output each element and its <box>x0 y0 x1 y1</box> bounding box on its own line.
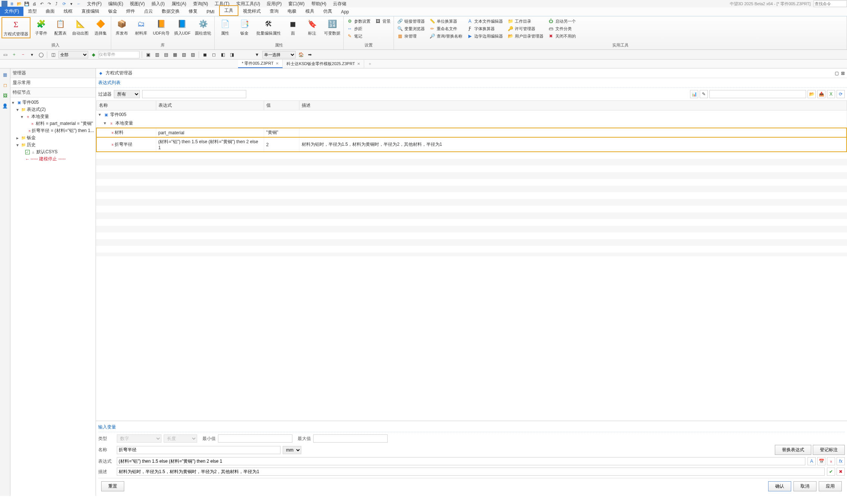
ribbon-tab-tools[interactable]: 工具 <box>219 5 238 16</box>
block-manager[interactable]: ▦块管理 <box>395 33 426 39</box>
tb-minus-icon[interactable]: － <box>19 51 27 58</box>
expr-input[interactable] <box>117 457 805 465</box>
tb-vis4-icon[interactable]: ◨ <box>228 51 235 58</box>
annotate-button[interactable]: 登记标注 <box>813 445 845 455</box>
insert-udf-button[interactable]: 📘插入UDF <box>173 17 192 37</box>
filter-text[interactable] <box>142 90 246 98</box>
cancel-button[interactable]: 取消 <box>793 481 816 491</box>
tb-vis1-icon[interactable]: ◼ <box>201 51 209 58</box>
tree-history[interactable]: ▾📁历史 <box>12 141 94 148</box>
tb-misc5-icon[interactable]: ▧ <box>180 51 187 58</box>
batch-edit-button[interactable]: 🛠批量编辑属性 <box>255 17 282 37</box>
face-button[interactable]: ◼面 <box>284 17 302 37</box>
group-local[interactable]: ▾ π 本地变量 <box>96 119 847 128</box>
tree-expr[interactable]: ▾📁表达式(2) <box>12 106 94 113</box>
tree-var1[interactable]: π材料 = part_material = "黄铜" <box>12 120 94 127</box>
filter-search[interactable] <box>709 90 806 98</box>
tb-home-icon[interactable]: 🏠 <box>297 51 305 58</box>
ribbon-tab-electrode[interactable]: 电极 <box>283 7 301 16</box>
tree-var2[interactable]: π折弯半径 = (材料="铝") then 1... <box>12 127 94 134</box>
tb-vis2-icon[interactable]: ◻ <box>210 51 218 58</box>
ribbon-tab-pmi[interactable]: PMI <box>202 8 219 16</box>
back-icon[interactable]: ← <box>76 1 82 7</box>
close-icon[interactable]: ✕ <box>357 62 360 66</box>
misc-icon[interactable]: ⤴ <box>54 1 60 7</box>
sub-part-button[interactable]: 🧩子零件 <box>32 17 50 37</box>
length-select[interactable]: 长度 <box>164 434 197 443</box>
tree-root[interactable]: ▾▣零件005 <box>12 99 94 106</box>
tb-misc3-icon[interactable]: ▤ <box>162 51 170 58</box>
ribbon-tab-model[interactable]: 造型 <box>23 7 41 16</box>
checkbox-checked-icon[interactable]: ✓ <box>25 150 30 154</box>
attr-button[interactable]: 📄属性 <box>216 17 234 37</box>
equation-manager-button[interactable]: Σ 方程式管理器 <box>1 17 31 38</box>
tb-misc4-icon[interactable]: ▦ <box>171 51 179 58</box>
user-dir-mgr[interactable]: 📂用户目录管理器 <box>506 33 545 39</box>
background[interactable]: 🖼背景 <box>373 18 392 25</box>
expr-calendar-icon[interactable]: 📅 <box>817 457 825 465</box>
ribbon-tab-app[interactable]: App <box>337 8 353 16</box>
redo-icon[interactable]: ↷ <box>46 1 52 7</box>
name-input[interactable] <box>117 446 280 454</box>
find-replace[interactable]: 🔎查询/替换名称 <box>428 33 464 39</box>
col-name[interactable]: 名称 <box>96 101 156 110</box>
param-settings[interactable]: ⚙参数设置 <box>345 18 372 25</box>
tb-scope-select[interactable]: 全部 <box>58 51 88 58</box>
notes[interactable]: ✎笔记 <box>345 33 372 39</box>
annotation-button[interactable]: 🔖标注 <box>303 17 321 37</box>
lib-publish-button[interactable]: 📦库发布 <box>113 17 131 37</box>
fbtn2-icon[interactable]: ✎ <box>700 90 708 98</box>
group-root[interactable]: ▾ ▣ 零件005 <box>96 110 847 119</box>
tb-circle-icon[interactable]: ◯ <box>37 51 45 58</box>
command-search[interactable] <box>814 0 847 7</box>
ribbon-tab-sheet[interactable]: 钣金 <box>104 7 122 16</box>
tb-grid-icon[interactable]: ◫ <box>49 51 57 58</box>
expr-a-icon[interactable]: A <box>808 457 816 465</box>
ribbon-tab-pointcloud[interactable]: 点云 <box>139 7 157 16</box>
unit-converter[interactable]: 📏单位换算器 <box>428 18 464 25</box>
ribbon-tab-mold[interactable]: 模具 <box>301 7 319 16</box>
fbtn1-icon[interactable]: 📊 <box>690 90 698 98</box>
tb-mode-select[interactable]: 单一选择 <box>262 51 296 58</box>
tb-vis3-icon[interactable]: ◧ <box>219 51 227 58</box>
tree-csys[interactable]: ✓⟂默认CSYS <box>12 148 94 155</box>
doc-tab-active[interactable]: * 零件005.Z3PRT ✕ <box>238 60 283 68</box>
sheetmetal-attr-button[interactable]: 📑钣金 <box>235 17 253 37</box>
license-mgr[interactable]: 🔑许可管理器 <box>506 25 545 32</box>
left-icon-2[interactable]: ◻ <box>1 81 9 89</box>
rename-file[interactable]: ✏重命名文件 <box>428 25 464 32</box>
font-converter[interactable]: Ƒ字体换算器 <box>465 25 504 32</box>
tb-only-parts[interactable] <box>99 51 139 58</box>
close-unused[interactable]: ✖关闭不用的 <box>546 33 577 39</box>
working-dir[interactable]: 📁工作目录 <box>506 18 545 25</box>
min-input[interactable] <box>218 434 292 443</box>
expr-row-0[interactable]: π 材料 part_material "黄铜" <box>96 128 847 137</box>
tb-plus-icon[interactable]: ＋ <box>10 51 18 58</box>
left-icon-4[interactable]: 👤 <box>1 102 9 110</box>
reset-button[interactable]: 重置 <box>101 481 124 491</box>
desc-input[interactable] <box>117 468 825 476</box>
cylinder-gear-button[interactable]: ⚙️圆柱齿轮 <box>193 17 213 37</box>
unit-select[interactable]: mm <box>283 446 301 454</box>
dropdown-icon[interactable]: ▾ <box>68 1 74 7</box>
fbtn4-icon[interactable]: 📤 <box>817 90 825 98</box>
file-classify[interactable]: 🗃文件分类 <box>546 25 577 32</box>
new-icon[interactable]: 🗎 <box>9 1 15 7</box>
tb-filter-icon[interactable]: ▼ <box>253 51 261 58</box>
col-expr[interactable]: 表达式 <box>156 101 264 110</box>
tb-cursor-icon[interactable]: ▭ <box>1 51 9 58</box>
var-data-button[interactable]: 🔢可变数据 <box>323 17 342 37</box>
left-icon-1[interactable]: ▦ <box>1 71 9 79</box>
expr-pi-icon[interactable]: π <box>827 457 835 465</box>
print-icon[interactable]: 🖨 <box>31 1 37 7</box>
tb-misc2-icon[interactable]: ▥ <box>153 51 161 58</box>
udf-wizard-button[interactable]: 📙UDF向导 <box>151 17 171 37</box>
ok-button[interactable]: 确认 <box>768 481 791 491</box>
close-panel-icon[interactable]: ⊠ <box>841 71 845 76</box>
ribbon-tab-wire[interactable]: 线框 <box>59 7 77 16</box>
launch-another[interactable]: ⏻启动另一个 <box>546 18 577 25</box>
tb-misc6-icon[interactable]: ▨ <box>189 51 196 58</box>
doc-tab-add[interactable]: ＋ <box>364 60 376 68</box>
expr-fx-icon[interactable]: fx <box>837 457 845 465</box>
fbtn-excel-icon[interactable]: X <box>827 90 835 98</box>
